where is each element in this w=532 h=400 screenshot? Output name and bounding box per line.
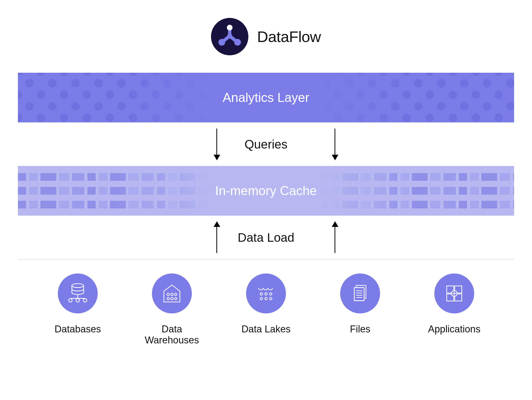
svg-point-14 bbox=[167, 298, 169, 300]
arrow-down-icon bbox=[335, 129, 335, 160]
cache-pattern-left bbox=[18, 166, 212, 216]
brand-header: DataFlow bbox=[18, 18, 514, 55]
database-icon bbox=[58, 273, 98, 313]
source-label: Data Warehouses bbox=[134, 324, 210, 346]
svg-point-16 bbox=[174, 298, 177, 300]
svg-point-13 bbox=[174, 293, 177, 296]
svg-point-21 bbox=[265, 298, 267, 300]
cache-layer-label: In-memory Cache bbox=[215, 183, 317, 198]
warehouse-icon bbox=[152, 273, 192, 313]
files-icon bbox=[340, 273, 380, 313]
applications-icon bbox=[434, 273, 474, 313]
queries-flow-row: Queries bbox=[18, 122, 514, 166]
svg-point-10 bbox=[83, 299, 87, 302]
svg-point-4 bbox=[227, 25, 232, 30]
svg-point-22 bbox=[270, 298, 272, 300]
analytics-layer-bar: Analytics Layer bbox=[18, 73, 514, 122]
cache-layer-bar: In-memory Cache bbox=[18, 166, 514, 216]
brand-logo-icon bbox=[211, 18, 248, 55]
svg-point-8 bbox=[69, 299, 72, 302]
source-label: Databases bbox=[54, 324, 101, 335]
cache-pattern-right bbox=[320, 166, 514, 216]
arrow-up-icon bbox=[335, 222, 335, 253]
svg-point-12 bbox=[171, 293, 173, 296]
svg-point-9 bbox=[76, 299, 79, 302]
queries-label: Queries bbox=[245, 137, 287, 151]
source-applications: Applications bbox=[416, 273, 493, 335]
data-load-label: Data Load bbox=[238, 230, 294, 245]
arrow-down-icon bbox=[216, 129, 217, 160]
source-files: Files bbox=[322, 273, 398, 335]
source-label: Applications bbox=[428, 324, 481, 335]
source-databases: Databases bbox=[39, 273, 116, 335]
source-label: Data Lakes bbox=[241, 324, 291, 335]
source-data-warehouses: Data Warehouses bbox=[134, 273, 210, 346]
svg-point-19 bbox=[270, 293, 272, 295]
svg-point-18 bbox=[265, 293, 267, 295]
brand-name: DataFlow bbox=[257, 28, 321, 46]
svg-point-11 bbox=[167, 293, 169, 296]
analytics-layer-label: Analytics Layer bbox=[223, 90, 309, 105]
lake-icon bbox=[246, 273, 286, 313]
data-load-flow-row: Data Load bbox=[18, 216, 514, 259]
svg-rect-24 bbox=[354, 288, 364, 301]
arrow-up-icon bbox=[216, 222, 217, 253]
architecture-diagram: DataFlow Analytics Layer Queries In-memo… bbox=[0, 0, 532, 400]
data-sources-row: Databases Data Warehouses Data Lakes bbox=[18, 260, 514, 346]
svg-point-17 bbox=[260, 293, 262, 295]
svg-point-20 bbox=[260, 298, 262, 300]
source-label: Files bbox=[350, 324, 370, 335]
source-data-lakes: Data Lakes bbox=[228, 273, 304, 335]
svg-point-15 bbox=[171, 298, 173, 300]
svg-point-5 bbox=[72, 284, 84, 288]
